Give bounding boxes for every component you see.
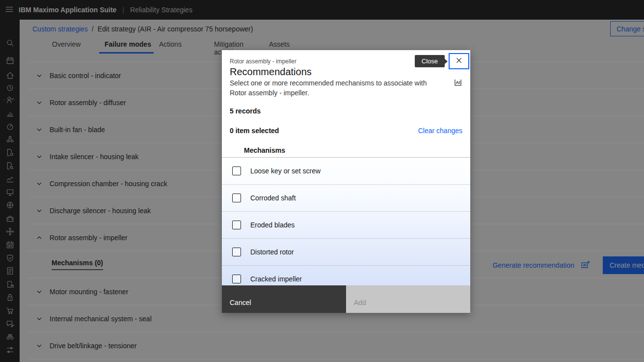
app-window: IBM Maximo Application Suite | Reliabili… <box>0 0 644 362</box>
mechanism-row[interactable]: Loose key or set screw <box>222 158 470 185</box>
add-button[interactable]: Add <box>346 285 470 313</box>
modal-context-label: Rotor assembly - impeller <box>230 58 296 65</box>
recommendations-modal: Rotor assembly - impeller Recommendation… <box>222 50 470 313</box>
modal-title: Recommendations <box>230 66 312 78</box>
selection-row: 0 item selected Clear changes <box>230 127 462 135</box>
close-button[interactable] <box>449 53 469 69</box>
mechanisms-list: Loose key or set screwCorroded shaftErod… <box>222 157 470 285</box>
mechanism-checkbox[interactable] <box>232 167 241 175</box>
mechanism-checkbox[interactable] <box>232 275 241 283</box>
mechanism-checkbox[interactable] <box>232 221 241 229</box>
mechanism-row[interactable]: Distorted rotor <box>222 239 470 266</box>
mechanism-row[interactable]: Cracked impeller <box>222 266 470 285</box>
mechanism-label: Eroded blades <box>250 221 295 229</box>
mechanism-checkbox[interactable] <box>232 194 241 202</box>
modal-description: Select one or more recommended mechanism… <box>230 78 444 98</box>
mechanism-label: Loose key or set screw <box>250 167 321 175</box>
mechanism-label: Distorted rotor <box>250 248 294 256</box>
mechanism-label: Corroded shaft <box>250 194 296 202</box>
mechanism-row[interactable]: Eroded blades <box>222 212 470 239</box>
ai-label-icon[interactable]: AI <box>453 78 463 90</box>
records-count: 5 records <box>230 107 261 115</box>
svg-text:AI: AI <box>456 80 460 85</box>
modal-footer: Cancel Add <box>222 285 470 313</box>
close-tooltip: Close <box>415 55 445 67</box>
mechanism-label: Cracked impeller <box>250 275 302 283</box>
clear-changes-link[interactable]: Clear changes <box>418 127 462 135</box>
mechanism-row[interactable]: Corroded shaft <box>222 185 470 212</box>
mechanism-checkbox[interactable] <box>232 248 241 256</box>
cancel-button[interactable]: Cancel <box>222 285 346 313</box>
selection-summary: 0 item selected <box>230 127 279 135</box>
mechanisms-column-header: Mechanisms <box>244 146 285 154</box>
